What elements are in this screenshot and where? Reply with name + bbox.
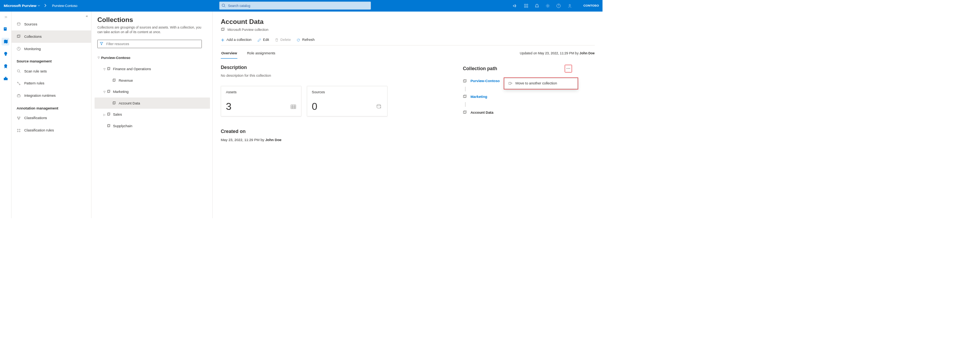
collection-icon xyxy=(221,27,225,32)
bell-icon[interactable] xyxy=(535,3,539,8)
tree-item-selected[interactable]: Account Data xyxy=(95,98,210,109)
detail-subtype: Microsoft Purview collection xyxy=(227,28,268,32)
nav-scan-rule-sets[interactable]: Scan rule sets xyxy=(12,65,91,77)
svg-rect-33 xyxy=(113,79,116,81)
rail-toolbox-icon[interactable] xyxy=(2,75,9,82)
tree-item[interactable]: Revenue xyxy=(95,75,210,86)
path-link[interactable]: Purview-Contoso xyxy=(471,79,500,83)
tree-label: Revenue xyxy=(118,79,133,82)
caret-down-icon[interactable] xyxy=(102,90,107,94)
card-value: 0 xyxy=(312,101,317,112)
svg-rect-44 xyxy=(291,105,296,109)
collection-icon xyxy=(463,110,467,114)
nav-integration-runtimes[interactable]: Integration runtimes xyxy=(12,89,91,102)
move-collection-menuitem[interactable]: Move to another collection xyxy=(504,78,577,89)
created-title: Created on xyxy=(221,129,435,134)
nav-pattern-rules[interactable]: Pattern rules xyxy=(12,77,91,90)
svg-point-26 xyxy=(17,129,18,130)
nav-label: Collections xyxy=(24,35,42,39)
card-title: Assets xyxy=(226,90,296,94)
nav-label: Classifications xyxy=(24,116,47,120)
tabs: Overview Role assignments xyxy=(221,48,276,59)
rail-data-icon[interactable] xyxy=(2,25,9,33)
svg-point-25 xyxy=(18,119,19,119)
rail-bulb-icon[interactable] xyxy=(2,50,9,58)
rail-map-icon[interactable] xyxy=(2,38,9,45)
card-assets[interactable]: Assets 3 xyxy=(221,86,301,116)
caret-right-icon[interactable] xyxy=(102,113,107,116)
user-label[interactable]: CONTOSO xyxy=(583,4,599,7)
svg-rect-32 xyxy=(113,79,115,82)
help-icon[interactable] xyxy=(556,3,561,8)
svg-point-29 xyxy=(19,131,20,132)
btn-label: Edit xyxy=(263,38,269,42)
breadcrumb[interactable]: Purview-Contoso xyxy=(52,4,78,8)
tree: Purview-Contoso Finance and Operations R… xyxy=(91,50,212,131)
path-link[interactable]: Marketing xyxy=(471,95,487,99)
btn-label: Refresh xyxy=(302,38,315,42)
tree-item[interactable]: Supplychain xyxy=(95,120,210,132)
tree-item[interactable]: Marketing xyxy=(95,86,210,98)
chevron-down-icon xyxy=(37,4,40,7)
filter-input[interactable] xyxy=(97,40,202,48)
gear-icon[interactable] xyxy=(545,3,550,8)
svg-rect-34 xyxy=(107,91,110,93)
svg-rect-30 xyxy=(107,68,110,70)
chevron-right-icon xyxy=(44,4,46,7)
tree-root[interactable]: Purview-Contoso xyxy=(95,52,210,64)
rail-expand[interactable] xyxy=(2,13,9,21)
tree-label: Supplychain xyxy=(113,124,132,128)
svg-rect-8 xyxy=(3,27,6,31)
svg-rect-31 xyxy=(108,67,110,70)
nav-label: Monitoring xyxy=(24,47,41,51)
svg-rect-36 xyxy=(113,102,115,104)
brand[interactable]: Microsoft Purview xyxy=(4,3,40,8)
svg-rect-3 xyxy=(524,6,525,7)
tree-pane: Collections Collections are groupings of… xyxy=(91,12,213,219)
svg-rect-49 xyxy=(463,96,465,98)
rail-badge-icon[interactable] xyxy=(2,62,9,70)
collection-icon xyxy=(107,113,111,116)
nav-classification-rules[interactable]: Classification rules xyxy=(12,124,91,136)
svg-point-21 xyxy=(19,84,20,85)
tree-item[interactable]: Sales xyxy=(95,109,210,120)
collections-icon xyxy=(17,34,21,39)
svg-rect-4 xyxy=(526,6,528,7)
add-collection-button[interactable]: Add a collection xyxy=(221,38,252,42)
caret-down-icon[interactable] xyxy=(96,56,101,59)
edit-button[interactable]: Edit xyxy=(257,38,269,42)
svg-rect-2 xyxy=(526,4,528,5)
megaphone-icon[interactable] xyxy=(513,3,517,8)
svg-rect-37 xyxy=(113,101,116,104)
refresh-button[interactable]: Refresh xyxy=(296,38,315,42)
caret-down-icon[interactable] xyxy=(102,67,107,71)
person-icon[interactable] xyxy=(567,3,572,8)
integration-icon xyxy=(17,94,21,98)
svg-rect-14 xyxy=(5,77,6,78)
svg-rect-38 xyxy=(107,113,110,116)
topbar-actions: CONTOSO xyxy=(513,3,599,8)
svg-rect-52 xyxy=(464,111,466,113)
brand-text: Microsoft Purview xyxy=(4,3,37,8)
collapse-nav[interactable]: « xyxy=(12,13,91,18)
search-icon xyxy=(222,3,226,8)
tree-item[interactable]: Finance and Operations xyxy=(95,63,210,75)
nav-collections[interactable]: Collections xyxy=(12,30,91,43)
move-icon xyxy=(508,81,513,86)
tab-overview[interactable]: Overview xyxy=(221,48,237,59)
sources-icon xyxy=(17,22,21,26)
svg-rect-17 xyxy=(18,35,20,37)
grid-icon[interactable] xyxy=(524,3,528,8)
tab-role-assignments[interactable]: Role assignments xyxy=(247,48,276,59)
nav-monitoring[interactable]: Monitoring xyxy=(12,43,91,55)
more-button[interactable]: ⋯ xyxy=(565,66,572,72)
search-input[interactable] xyxy=(219,2,371,10)
svg-rect-11 xyxy=(5,55,6,56)
card-sources[interactable]: Sources 0 xyxy=(307,86,388,116)
svg-point-7 xyxy=(569,4,570,6)
nav-classifications[interactable]: Classifications xyxy=(12,112,91,124)
svg-rect-46 xyxy=(509,82,511,84)
nav-sources[interactable]: Sources xyxy=(12,18,91,30)
svg-rect-41 xyxy=(108,124,110,126)
svg-point-19 xyxy=(17,70,20,72)
